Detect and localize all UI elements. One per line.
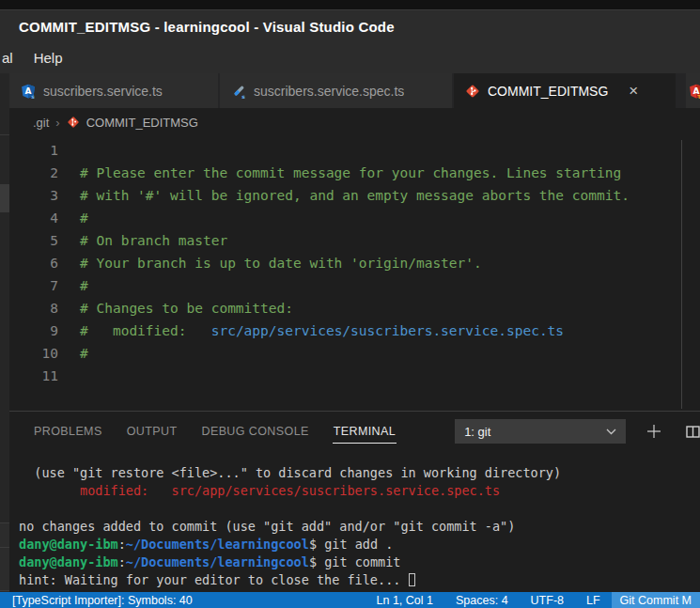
terminal-cursor — [409, 573, 415, 586]
code-text: # — [80, 274, 88, 297]
terminal-picker-dropdown[interactable]: 1: git — [455, 419, 626, 444]
panel-tab-problems[interactable]: PROBLEMS — [33, 420, 103, 443]
terminal-line: hint: Waiting for your editor to close t… — [19, 571, 700, 589]
line-number: 11 — [9, 365, 58, 387]
split-terminal-button[interactable] — [686, 426, 700, 438]
tab-partial[interactable]: A TS — [686, 73, 700, 108]
breadcrumb-file[interactable]: COMMIT_EDITMSG — [86, 116, 198, 130]
line-number: 8 — [9, 297, 58, 320]
git-icon — [465, 84, 480, 99]
editor-tab-strip: A s suscribers.service.ts s suscribers.s… — [9, 73, 700, 108]
line-number: 3 — [9, 184, 58, 207]
terminal-line: (use "git restore <file>..." to discard … — [19, 464, 700, 482]
new-terminal-button[interactable] — [646, 424, 661, 439]
breadcrumb: .git › COMMIT_EDITMSG — [9, 108, 700, 136]
line-number: 10 — [9, 342, 58, 365]
line-number: 5 — [9, 229, 58, 252]
angular-red-icon: A TS — [689, 84, 700, 99]
editor[interactable]: 12# Please enter the commit message for … — [9, 136, 700, 411]
angular-ts-icon: A s — [21, 84, 36, 99]
menu-item-truncated[interactable]: al — [2, 50, 13, 66]
language-mode-indicator[interactable]: Git Commit M — [612, 592, 700, 608]
code-text: # — [80, 342, 88, 365]
code-text: # On branch master — [80, 229, 227, 252]
tab-label: suscribers.service.spec.ts — [254, 84, 404, 99]
code-text: # modified: src/app/services/suscribers.… — [80, 320, 564, 342]
screen-top-strip — [0, 0, 700, 9]
tab-suscribers-service-ts[interactable]: A s suscribers.service.ts — [9, 73, 218, 108]
line-number: 7 — [9, 274, 58, 297]
tab-label: suscribers.service.ts — [43, 84, 163, 99]
terminal-line: no changes added to commit (use "git add… — [19, 518, 700, 536]
panel-tab-debug-console[interactable]: DEBUG CONSOLE — [200, 420, 309, 443]
code-text: # Please enter the commit message for yo… — [80, 162, 621, 184]
encoding-indicator[interactable]: UTF-8 — [531, 594, 564, 607]
code-line: 4# — [9, 207, 700, 229]
workbench: A s suscribers.service.ts s suscribers.s… — [9, 73, 700, 592]
code-text: # Changes to be committed: — [80, 297, 293, 320]
terminal-line: dany@dany-ibm:~/Documents/learningcool$ … — [19, 553, 700, 571]
editor-right-divider — [681, 140, 682, 409]
code-line: 1 — [9, 139, 700, 162]
editor-lines: 12# Please enter the commit message for … — [9, 139, 700, 387]
code-line: 2# Please enter the commit message for y… — [9, 162, 700, 184]
line-number: 4 — [9, 207, 58, 229]
panel-header: PROBLEMS OUTPUT DEBUG CONSOLE TERMINAL 1… — [9, 412, 700, 451]
tab-commit-editmsg[interactable]: COMMIT_EDITMSG × — [454, 73, 676, 108]
plus-icon — [646, 424, 661, 439]
window-title: COMMIT_EDITMSG - learningcool - Visual S… — [19, 19, 395, 35]
breadcrumb-folder[interactable]: .git — [33, 116, 49, 130]
code-line: 9# modified: src/app/services/suscribers… — [9, 320, 700, 342]
terminal-line: dany@dany-ibm:~/Documents/learningcool$ … — [19, 536, 700, 553]
line-number: 9 — [9, 320, 58, 342]
sidebar-edge — [0, 73, 9, 592]
code-line: 5# On branch master — [9, 229, 700, 252]
code-text: # with '#' will be ignored, and an empty… — [80, 184, 630, 207]
tab-strip-spacer — [677, 73, 684, 108]
terminal-line — [19, 500, 700, 518]
panel-tab-output[interactable]: OUTPUT — [126, 420, 179, 443]
menu-item-help[interactable]: Help — [34, 50, 63, 66]
chevron-right-icon: › — [55, 116, 59, 130]
line-number: 2 — [9, 162, 58, 184]
code-line: 10# — [9, 342, 700, 365]
line-number: 6 — [9, 252, 58, 274]
status-right-group: Ln 1, Col 1 Spaces: 4 UTF-8 LF Git Commi… — [377, 592, 700, 608]
terminal-line: modified: src/app/services/suscribers.se… — [19, 482, 700, 500]
code-line: 11 — [9, 365, 700, 387]
status-bar: [TypeScript Importer]: Symbols: 40 Ln 1,… — [0, 592, 700, 608]
code-line: 3# with '#' will be ignored, and an empt… — [9, 184, 700, 207]
typescript-importer-status[interactable]: [TypeScript Importer]: Symbols: 40 — [0, 594, 193, 607]
terminal[interactable]: (use "git restore <file>..." to discard … — [9, 451, 700, 592]
split-pane-icon — [686, 426, 700, 438]
spec-ts-icon: s — [231, 84, 246, 99]
svg-text:s: s — [241, 92, 245, 99]
tab-label: COMMIT_EDITMSG — [488, 84, 608, 99]
cursor-position-indicator[interactable]: Ln 1, Col 1 — [377, 594, 433, 607]
menu-bar: al Help — [0, 42, 700, 73]
code-line: 6# Your branch is up to date with 'origi… — [9, 252, 700, 274]
code-text: # Your branch is up to date with 'origin… — [80, 252, 482, 274]
tab-suscribers-service-spec-ts[interactable]: s suscribers.service.spec.ts — [220, 73, 452, 108]
window-title-bar: COMMIT_EDITMSG - learningcool - Visual S… — [0, 9, 700, 42]
indentation-indicator[interactable]: Spaces: 4 — [456, 594, 508, 607]
code-text: # — [80, 207, 88, 229]
chevron-down-icon — [606, 429, 616, 435]
panel-tab-terminal[interactable]: TERMINAL — [333, 420, 397, 444]
line-number: 1 — [9, 139, 58, 162]
close-icon[interactable]: × — [629, 83, 638, 99]
svg-text:s: s — [31, 92, 35, 99]
code-line: 7# — [9, 274, 700, 297]
code-line: 8# Changes to be committed: — [9, 297, 700, 320]
terminal-lines: (use "git restore <file>..." to discard … — [19, 464, 700, 589]
eol-indicator[interactable]: LF — [586, 594, 600, 607]
terminal-picker-value: 1: git — [464, 425, 490, 439]
git-icon — [67, 116, 80, 129]
